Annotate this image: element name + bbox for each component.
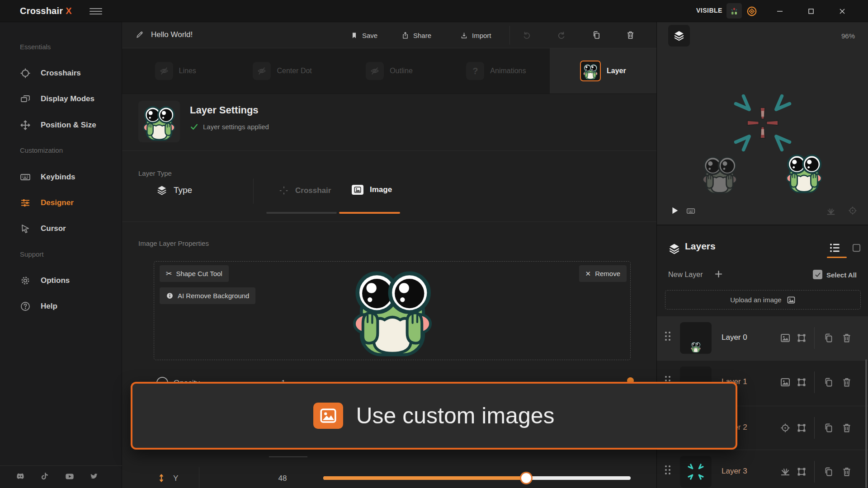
list-view-underline bbox=[827, 257, 847, 258]
image-dropzone[interactable]: ✂ Shape Cut Tool AI Remove Background ✕ … bbox=[154, 261, 631, 360]
layer-type-crosshair[interactable]: Crosshair bbox=[279, 186, 331, 196]
keyboard-icon[interactable] bbox=[685, 206, 697, 216]
tab-lines[interactable]: Lines bbox=[122, 48, 229, 94]
discord-icon[interactable] bbox=[15, 471, 25, 481]
grid-view-icon[interactable] bbox=[851, 243, 862, 253]
eye-off-icon bbox=[159, 66, 169, 76]
divider bbox=[122, 221, 656, 222]
layers-icon bbox=[668, 243, 680, 255]
redo-button[interactable] bbox=[555, 28, 568, 41]
minimize-button[interactable] bbox=[769, 0, 790, 22]
target-icon[interactable] bbox=[848, 206, 858, 216]
tab-center-dot[interactable]: Center Dot bbox=[229, 48, 335, 94]
profile-title[interactable]: Hello World! bbox=[136, 30, 193, 39]
type-selector[interactable]: Type bbox=[156, 185, 192, 196]
play-icon[interactable] bbox=[670, 206, 679, 216]
sidebar-item-options[interactable]: Options bbox=[0, 273, 122, 288]
section-label-support: Support bbox=[20, 250, 44, 258]
import-icon bbox=[460, 32, 468, 39]
y-label: Y bbox=[173, 474, 178, 483]
question-icon: ? bbox=[466, 62, 484, 80]
overlay-toggle-button[interactable] bbox=[746, 5, 758, 17]
transform-icon[interactable] bbox=[796, 422, 807, 433]
youtube-icon[interactable] bbox=[65, 471, 75, 481]
drag-handle[interactable] bbox=[665, 465, 671, 478]
layer-row-3[interactable]: Layer 3 bbox=[657, 450, 868, 488]
layer-settings-status: Layer settings applied bbox=[190, 122, 269, 131]
sidebar-item-cursor[interactable]: Cursor bbox=[0, 221, 122, 236]
tab-animations[interactable]: ? Animations bbox=[443, 48, 549, 94]
type-underline-active bbox=[339, 212, 400, 214]
maximize-button[interactable] bbox=[801, 0, 821, 22]
upload-image-button[interactable]: Upload an image bbox=[665, 290, 861, 310]
remove-image-button[interactable]: ✕ Remove bbox=[579, 265, 627, 282]
crosshair-preview-chip[interactable] bbox=[726, 3, 742, 19]
image-type-icon[interactable] bbox=[780, 377, 791, 388]
sidebar-item-position-size[interactable]: Position & Size bbox=[0, 117, 122, 133]
spark-type-icon[interactable] bbox=[780, 466, 791, 477]
share-button[interactable]: Share bbox=[401, 28, 431, 43]
copy-icon[interactable] bbox=[823, 466, 834, 477]
layer-frog bbox=[783, 151, 826, 194]
shape-cut-tool-button[interactable]: ✂ Shape Cut Tool bbox=[160, 265, 229, 282]
drag-handle[interactable] bbox=[665, 332, 671, 344]
crosshair-preview: 96% bbox=[657, 22, 868, 225]
sidebar-item-help[interactable]: Help bbox=[0, 299, 122, 314]
trash-icon[interactable] bbox=[841, 422, 852, 433]
scissors-icon: ✂ bbox=[166, 269, 172, 278]
sidebar: Essentials Crosshairs Display Modes Posi… bbox=[0, 22, 122, 488]
menu-icon[interactable] bbox=[90, 6, 102, 15]
transform-icon[interactable] bbox=[796, 377, 807, 388]
layers-view-button[interactable] bbox=[668, 25, 690, 47]
layer-3-thumbnail bbox=[680, 456, 712, 488]
twitter-icon[interactable] bbox=[89, 471, 99, 481]
copy-icon[interactable] bbox=[823, 333, 834, 343]
scrollbar[interactable] bbox=[865, 359, 867, 488]
import-button[interactable]: Import bbox=[460, 28, 491, 43]
image-type-icon[interactable] bbox=[780, 333, 791, 343]
designer-tabs: Lines Center Dot Outline ? Animations La… bbox=[122, 48, 656, 94]
spark-icon[interactable] bbox=[826, 206, 836, 216]
trash-icon[interactable] bbox=[841, 377, 852, 388]
save-button[interactable]: Save bbox=[350, 28, 377, 43]
trash-icon[interactable] bbox=[841, 333, 852, 343]
social-links bbox=[0, 465, 122, 488]
y-slider-thumb[interactable] bbox=[521, 473, 531, 483]
close-button[interactable] bbox=[832, 0, 853, 22]
toast-use-custom-images: Use custom images bbox=[131, 382, 737, 450]
y-slider[interactable] bbox=[323, 476, 631, 480]
list-view-icon[interactable] bbox=[829, 242, 841, 254]
tab-outline[interactable]: Outline bbox=[336, 48, 443, 94]
copy-icon[interactable] bbox=[823, 377, 834, 388]
image-properties-label: Image Layer Properties bbox=[138, 239, 209, 247]
sidebar-item-keybinds[interactable]: Keybinds bbox=[0, 169, 122, 185]
cursor-icon bbox=[20, 223, 31, 234]
sidebar-item-crosshairs[interactable]: Crosshairs bbox=[0, 66, 122, 81]
mini-crosshair-icon bbox=[729, 5, 740, 16]
transform-icon[interactable] bbox=[796, 466, 807, 477]
new-layer-button[interactable]: New Layer bbox=[668, 271, 703, 279]
tiktok-icon[interactable] bbox=[40, 471, 50, 481]
layer-thumb-icon bbox=[580, 61, 601, 81]
delete-button[interactable] bbox=[624, 28, 637, 41]
check-icon bbox=[190, 122, 198, 131]
layer-0-thumbnail bbox=[680, 322, 712, 354]
select-all-checkbox[interactable] bbox=[813, 270, 822, 279]
layer-type-image[interactable]: Image bbox=[352, 185, 392, 195]
copy-icon[interactable] bbox=[823, 422, 834, 433]
ai-remove-background-button[interactable]: AI Remove Background bbox=[160, 287, 255, 304]
plus-icon[interactable] bbox=[714, 269, 723, 279]
info-icon bbox=[166, 292, 174, 300]
target-type-icon[interactable] bbox=[780, 422, 791, 433]
minimize-icon bbox=[776, 8, 783, 15]
sidebar-item-designer[interactable]: Designer bbox=[0, 195, 122, 211]
undo-button[interactable] bbox=[520, 28, 533, 41]
sidebar-item-display-modes[interactable]: Display Modes bbox=[0, 91, 122, 107]
transform-icon[interactable] bbox=[796, 333, 807, 343]
y-slider-fill bbox=[323, 476, 526, 480]
tab-layer[interactable]: Layer bbox=[550, 48, 656, 94]
image-icon bbox=[313, 403, 343, 429]
trash-icon[interactable] bbox=[841, 466, 852, 477]
layer-row-0[interactable]: Layer 0 bbox=[657, 316, 868, 360]
duplicate-button[interactable] bbox=[590, 28, 603, 41]
